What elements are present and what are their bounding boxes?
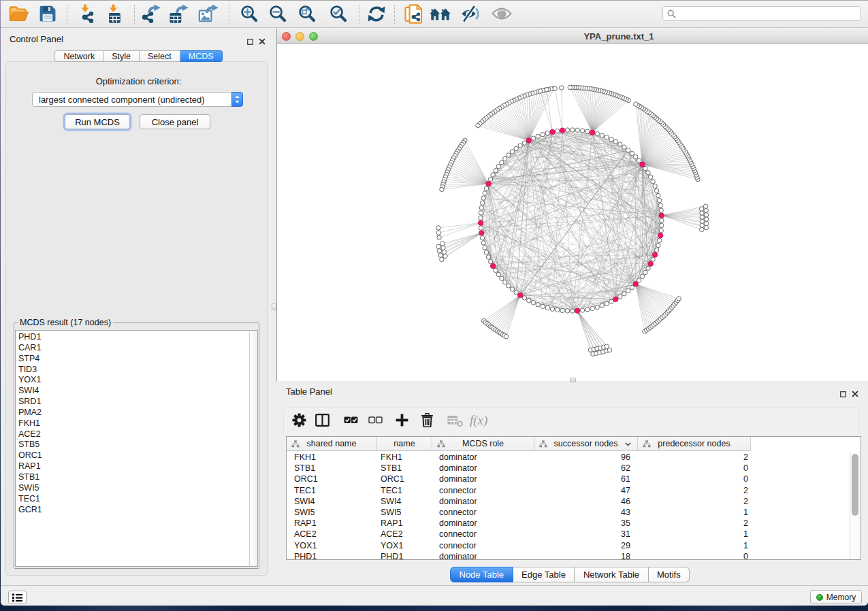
mcds-result-scrollbar[interactable] <box>249 331 257 566</box>
tab-select[interactable]: Select <box>140 50 180 62</box>
tab-edge-table[interactable]: Edge Table <box>513 567 575 582</box>
mcds-result-item[interactable]: TEC1 <box>18 494 42 505</box>
table-row-RAP1[interactable]: RAP1RAP1dominator352 <box>287 518 751 529</box>
zoom-fit-icon <box>298 5 316 24</box>
status-bar: Memory <box>1 585 868 606</box>
search-input[interactable] <box>679 9 861 18</box>
gear-button[interactable] <box>287 410 310 432</box>
network-frame-titlebar[interactable]: YPA_prune.txt_1 <box>277 29 868 44</box>
mcds-result-item[interactable]: ACE2 <box>18 429 42 440</box>
memory-button[interactable]: Memory <box>810 590 862 604</box>
zoom-out-icon <box>269 5 287 24</box>
tab-style[interactable]: Style <box>103 50 140 62</box>
mcds-result-list[interactable]: PHD1CAR1STP4TID3YOX1SWI4SRD1PMA2FKH1ACE2… <box>15 330 258 567</box>
zoom-fit-button[interactable] <box>296 4 318 25</box>
tab-node-table[interactable]: Node Table <box>450 567 513 582</box>
delete-button[interactable] <box>415 410 438 432</box>
cell-predecessor-nodes: 0 <box>638 552 751 560</box>
mcds-result-item[interactable]: STP4 <box>18 354 42 365</box>
table-scrollbar-thumb[interactable] <box>852 454 858 516</box>
mcds-result-item[interactable]: TID3 <box>18 365 42 376</box>
zoom-in-button[interactable] <box>238 4 260 25</box>
application-window: Control Panel NetworkStyleSelectMCDS Opt… <box>1 0 868 606</box>
table-row-SWI4[interactable]: SWI4SWI4dominator462 <box>287 496 751 507</box>
optimization-criterion-dropdown[interactable]: largest connected component (undirected) <box>32 92 243 107</box>
mcds-result-item[interactable]: SRD1 <box>18 397 42 408</box>
table-row-ORC1[interactable]: ORC1ORC1dominator610 <box>287 474 751 484</box>
show-panels-button[interactable] <box>8 591 27 604</box>
splitter-grip-horizontal[interactable] <box>570 378 576 382</box>
columns-button[interactable] <box>310 410 334 432</box>
zoom-selected-button[interactable] <box>327 4 349 25</box>
control-panel-float-button[interactable] <box>247 35 253 48</box>
mcds-result-item[interactable]: RAP1 <box>18 461 42 472</box>
mcds-result-item[interactable]: YOX1 <box>18 375 42 386</box>
toolbar-separator <box>359 5 359 24</box>
save-session-button[interactable] <box>37 4 59 25</box>
function-button[interactable]: f(x) <box>469 410 492 432</box>
mcds-result-item[interactable]: PHD1 <box>18 332 42 343</box>
new-network-from-selection-button[interactable] <box>403 4 425 25</box>
add-button[interactable] <box>390 410 413 432</box>
network-column-icon <box>643 440 651 450</box>
control-panel-title: Control Panel <box>10 34 63 44</box>
open-file-button[interactable] <box>8 4 30 25</box>
export-image-button[interactable] <box>197 4 219 25</box>
refresh-button[interactable] <box>366 4 387 25</box>
show-all-networks-icon <box>430 5 451 24</box>
table-row-YOX1[interactable]: YOX1YOX1connector291 <box>287 540 751 551</box>
deselect-all-button[interactable] <box>364 410 387 432</box>
tab-network-table[interactable]: Network Table <box>575 567 648 582</box>
tab-motifs[interactable]: Motifs <box>649 567 690 582</box>
table-scrollbar[interactable] <box>850 452 860 559</box>
splitter-grip-vertical[interactable] <box>272 303 276 310</box>
table-row-FKH1[interactable]: FKH1FKH1dominator962 <box>287 452 751 463</box>
table-panel-close-button[interactable] <box>852 388 858 400</box>
show-selected-button[interactable] <box>491 4 513 25</box>
column-header-MCDS-role[interactable]: MCDS role <box>432 437 534 451</box>
column-header-name[interactable]: name <box>377 437 432 451</box>
delete-table-button[interactable] <box>444 410 467 432</box>
table-row-PHD1[interactable]: PHD1PHD1dominator180 <box>287 551 751 560</box>
mcds-result-item[interactable]: FKH1 <box>18 418 42 429</box>
export-network-button[interactable] <box>140 4 162 25</box>
run-mcds-button[interactable]: Run MCDS <box>65 114 130 129</box>
column-header-predecessor-nodes[interactable]: predecessor nodes <box>638 437 751 451</box>
cell-MCDS-role: dominator <box>432 518 534 528</box>
table-row-TEC1[interactable]: TEC1TEC1connector472 <box>287 485 751 496</box>
column-header-shared-name[interactable]: shared name <box>287 437 377 451</box>
mcds-result-item[interactable]: SWI4 <box>18 386 42 397</box>
table-panel-float-button[interactable] <box>840 388 846 400</box>
zoom-out-button[interactable] <box>267 4 289 25</box>
cell-shared-name: SWI4 <box>287 497 377 506</box>
network-graph[interactable] <box>277 44 868 381</box>
show-all-networks-button[interactable] <box>429 4 451 25</box>
control-panel-close-button[interactable] <box>259 35 266 48</box>
mcds-result-item[interactable]: CAR1 <box>18 343 42 354</box>
table-row-SWI5[interactable]: SWI5SWI5connector431 <box>287 507 751 518</box>
hide-selected-button[interactable] <box>460 4 482 25</box>
tab-mcds[interactable]: MCDS <box>180 50 223 62</box>
cell-predecessor-nodes: 2 <box>638 452 751 462</box>
cell-MCDS-role: connector <box>432 541 534 550</box>
mcds-result-item[interactable]: GCR1 <box>18 505 42 516</box>
export-table-button[interactable] <box>168 4 190 25</box>
close-panel-button[interactable]: Close panel <box>140 114 210 129</box>
search-field[interactable] <box>662 6 861 21</box>
cell-shared-name: ACE2 <box>287 529 377 539</box>
mcds-result-item[interactable]: ORC1 <box>18 450 42 461</box>
mcds-result-item[interactable]: STB1 <box>18 472 42 483</box>
mcds-result-item[interactable]: STB5 <box>18 440 42 450</box>
mcds-result-item[interactable]: SWI5 <box>18 483 42 494</box>
table-row-ACE2[interactable]: ACE2ACE2connector311 <box>287 529 751 540</box>
network-canvas[interactable] <box>277 44 868 381</box>
column-header-successor-nodes[interactable]: successor nodes <box>534 437 638 451</box>
tab-network[interactable]: Network <box>54 50 103 62</box>
panel-splitter-vertical[interactable] <box>276 29 277 381</box>
mcds-result-item[interactable]: PMA2 <box>18 408 42 418</box>
import-table-button[interactable] <box>103 4 125 25</box>
select-all-button[interactable] <box>339 410 362 432</box>
import-network-button[interactable] <box>76 4 98 25</box>
table-row-STB1[interactable]: STB1STB1dominator620 <box>287 463 751 474</box>
table-panel: Table Panel f(x) shared namenameMCDS rol… <box>277 381 868 585</box>
